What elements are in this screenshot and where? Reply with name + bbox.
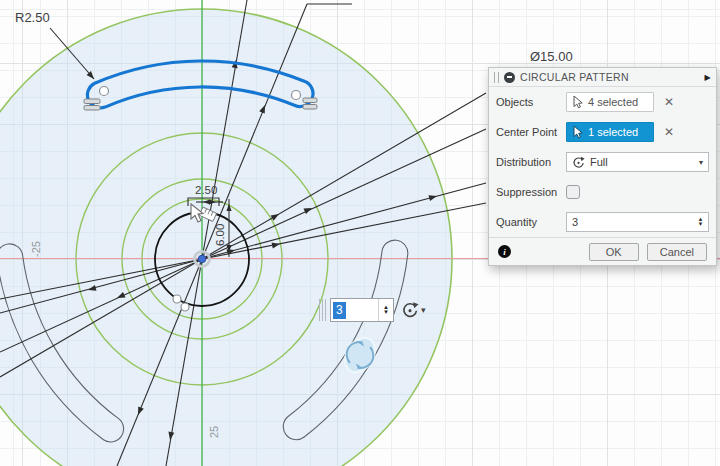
inline-quantity-value[interactable]: 3: [333, 302, 346, 319]
vertical-dimension-label[interactable]: 6.00: [214, 224, 226, 246]
objects-selected-count: 4 selected: [588, 96, 638, 108]
objects-select-button[interactable]: 4 selected: [566, 92, 654, 112]
objects-label: Objects: [496, 96, 566, 108]
objects-row: Objects 4 selected ✕: [489, 87, 716, 117]
distribution-dropdown[interactable]: Full ▾: [566, 152, 709, 172]
quantity-label: Quantity: [496, 216, 566, 228]
suppression-row: Suppression: [489, 177, 716, 207]
quantity-row: Quantity 3 ▲ ▼: [489, 207, 716, 237]
spin-down-icon[interactable]: ▼: [698, 222, 704, 227]
spin-down-icon[interactable]: ▼: [383, 310, 389, 315]
dialog-drag-grip-icon[interactable]: [494, 72, 499, 83]
cancel-button[interactable]: Cancel: [647, 243, 707, 261]
diameter-dimension-label[interactable]: Ø15.00: [530, 49, 573, 64]
quantity-value: 3: [567, 213, 693, 231]
dialog-title: CIRCULAR PATTERN: [520, 71, 629, 83]
distribution-row: Distribution Full ▾: [489, 147, 716, 177]
center-point-selected-count: 1 selected: [588, 126, 638, 138]
suppression-checkbox[interactable]: [566, 185, 580, 199]
ok-button[interactable]: OK: [589, 243, 639, 261]
inline-quantity-editor: 3 ▲ ▼ ▾: [319, 298, 426, 322]
full-distribution-icon: [572, 156, 585, 169]
circular-pattern-dialog: CIRCULAR PATTERN ▶ Objects 4 selected ✕ …: [488, 67, 717, 266]
distribution-label: Distribution: [496, 156, 566, 168]
cursor-icon: [572, 95, 584, 109]
objects-clear-icon[interactable]: ✕: [664, 96, 674, 108]
chevron-down-icon: ▾: [421, 305, 426, 315]
collapse-icon[interactable]: [504, 72, 515, 83]
inline-quantity-stepper[interactable]: ▲ ▼: [378, 299, 393, 321]
expand-arrow-icon[interactable]: ▶: [705, 73, 711, 82]
chevron-down-icon: ▾: [699, 158, 703, 167]
inline-quantity-input[interactable]: 3 ▲ ▼: [330, 298, 394, 322]
drag-grip-icon[interactable]: [319, 299, 327, 321]
distribution-value: Full: [590, 156, 608, 168]
grid-label-neg25: -25: [30, 241, 42, 257]
cursor-icon: [572, 125, 584, 139]
offset-dimension-label[interactable]: 2.50: [195, 184, 217, 196]
dialog-footer: i OK Cancel: [489, 237, 716, 265]
center-point-select-button[interactable]: 1 selected: [566, 122, 654, 142]
info-icon[interactable]: i: [498, 245, 511, 258]
dialog-titlebar[interactable]: CIRCULAR PATTERN ▶: [489, 68, 716, 87]
grid-label-25: 25: [208, 426, 220, 438]
circular-pattern-type-button[interactable]: ▾: [401, 301, 426, 319]
center-point-label: Center Point: [496, 126, 566, 138]
suppression-label: Suppression: [496, 186, 566, 198]
radius-dimension-label[interactable]: R2.50: [15, 10, 50, 25]
quantity-input[interactable]: 3 ▲ ▼: [566, 212, 709, 232]
circular-pattern-icon: [401, 301, 419, 319]
fusion-sketch-view: { "scene": { "radius_dim": "R2.50", "dia…: [0, 0, 720, 466]
center-point-clear-icon[interactable]: ✕: [664, 126, 674, 138]
quantity-stepper[interactable]: ▲ ▼: [693, 213, 708, 231]
center-point-row: Center Point 1 selected ✕: [489, 117, 716, 147]
profile-disk: [0, 9, 452, 466]
